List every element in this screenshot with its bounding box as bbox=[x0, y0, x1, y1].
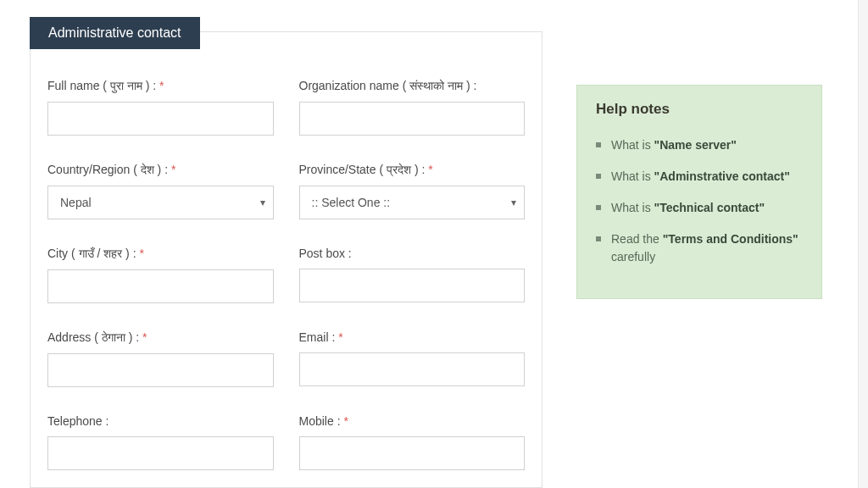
required-star: * bbox=[139, 247, 143, 260]
telephone-field[interactable] bbox=[47, 436, 274, 470]
fullname-label: Full name ( पुरा नाम ) : * bbox=[47, 79, 274, 93]
city-field[interactable] bbox=[47, 269, 274, 303]
help-item[interactable]: Read the "Terms and Conditions" carefull… bbox=[596, 230, 803, 266]
help-notes-title: Help notes bbox=[596, 101, 803, 118]
orgname-field[interactable] bbox=[299, 102, 526, 136]
address-label: Address ( ठेगाना ) : * bbox=[47, 330, 274, 345]
email-field[interactable] bbox=[299, 352, 526, 386]
admin-contact-form: Full name ( पुरा नाम ) : * Organization … bbox=[30, 31, 542, 488]
section-title: Administrative contact bbox=[30, 17, 200, 49]
province-label: Province/State ( प्रदेश ) : * bbox=[299, 163, 526, 177]
required-star: * bbox=[142, 330, 147, 344]
email-label: Email : * bbox=[299, 330, 526, 344]
telephone-label: Telephone : bbox=[47, 414, 274, 428]
required-star: * bbox=[338, 330, 342, 344]
fullname-field[interactable] bbox=[47, 102, 274, 136]
help-item[interactable]: What is "Adminstrative contact" bbox=[596, 168, 803, 186]
address-field[interactable] bbox=[47, 353, 274, 387]
postbox-label: Post box : bbox=[299, 247, 526, 260]
postbox-field[interactable] bbox=[299, 269, 526, 302]
province-field[interactable]: :: Select One :: bbox=[299, 186, 526, 219]
country-field[interactable]: Nepal bbox=[47, 186, 274, 219]
required-star: * bbox=[159, 79, 164, 92]
city-label: City ( गाउँ / शहर ) : * bbox=[47, 247, 274, 261]
scrollbar-gutter bbox=[858, 0, 868, 488]
help-item[interactable]: What is "Name server" bbox=[596, 136, 803, 154]
help-notes-list: What is "Name server" What is "Adminstra… bbox=[596, 136, 803, 266]
mobile-field[interactable] bbox=[299, 436, 526, 470]
help-notes-box: Help notes What is "Name server" What is… bbox=[576, 85, 822, 299]
required-star: * bbox=[343, 414, 348, 428]
required-star: * bbox=[428, 163, 432, 176]
orgname-label: Organization name ( संस्थाको नाम ) : bbox=[299, 79, 526, 93]
required-star: * bbox=[171, 163, 175, 176]
country-label: Country/Region ( देश ) : * bbox=[47, 163, 274, 177]
mobile-label: Mobile : * bbox=[299, 414, 526, 428]
help-item[interactable]: What is "Technical contact" bbox=[596, 199, 803, 217]
